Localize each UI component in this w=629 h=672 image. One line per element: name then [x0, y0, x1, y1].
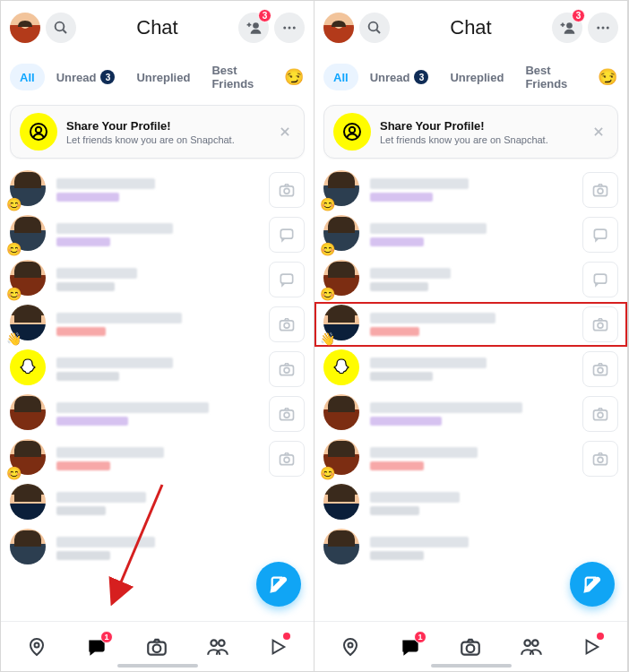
snap-button[interactable] [269, 396, 305, 432]
nav-map[interactable] [17, 629, 56, 665]
nav-chat[interactable]: 1 [77, 629, 116, 665]
more-button[interactable] [588, 13, 618, 43]
share-close-button[interactable] [589, 122, 608, 142]
chat-row-text [370, 178, 575, 202]
svg-line-30 [376, 30, 380, 33]
chat-row[interactable] [314, 392, 627, 436]
my-avatar[interactable] [323, 13, 354, 43]
snap-button[interactable] [582, 396, 618, 432]
filter-unreplied[interactable]: Unreplied [126, 64, 200, 90]
snap-button[interactable] [582, 306, 618, 342]
chat-row[interactable] [1, 392, 314, 436]
snap-button[interactable] [269, 306, 305, 342]
chat-row[interactable]: 😊 [314, 257, 627, 302]
filter-unread[interactable]: Unread 3 [360, 64, 439, 90]
filter-all[interactable]: All [10, 64, 45, 90]
svg-point-51 [348, 642, 352, 647]
chat-row[interactable]: 😊 [1, 436, 314, 481]
friend-avatar[interactable] [10, 484, 46, 520]
nav-camera[interactable] [137, 629, 177, 665]
nav-stories[interactable] [198, 629, 237, 665]
nav-spotlight[interactable] [572, 629, 611, 665]
svg-line-2 [63, 30, 66, 33]
map-icon [340, 636, 361, 658]
chat-row-text [56, 537, 305, 560]
chat-row[interactable]: 👋 [314, 302, 627, 347]
friend-avatar[interactable] [10, 529, 46, 564]
friend-avatar[interactable] [323, 349, 359, 385]
filter-all[interactable]: All [323, 64, 358, 90]
friend-avatar[interactable] [10, 394, 46, 430]
reply-button[interactable] [269, 217, 305, 253]
filter-bar: All Unread 3 Unreplied Best Friends 😏 [314, 55, 627, 99]
chat-row[interactable]: 😊 [314, 436, 627, 481]
filter-unread[interactable]: Unread 3 [47, 64, 125, 90]
snap-button[interactable] [269, 441, 305, 477]
nav-camera[interactable] [451, 629, 490, 665]
friend-emoji: 👋 [320, 332, 335, 346]
nav-chat[interactable]: 1 [391, 629, 430, 665]
snap-button[interactable] [269, 172, 305, 208]
chat-row[interactable]: 😊 [1, 168, 314, 212]
friend-emoji: 😊 [6, 197, 22, 211]
share-profile-card[interactable]: Share Your Profile! Let friends know you… [323, 105, 618, 159]
snap-button[interactable] [269, 351, 305, 387]
filter-emoji[interactable]: 😏 [282, 64, 305, 90]
chat-row[interactable]: 😊 [1, 257, 314, 302]
friend-emoji: 😊 [6, 287, 22, 301]
camera-icon [278, 181, 296, 199]
friend-avatar[interactable] [323, 529, 359, 564]
add-friend-icon [558, 19, 576, 37]
reply-button[interactable] [269, 262, 305, 297]
filter-bestfriends[interactable]: Best Friends [515, 64, 594, 90]
chat-row[interactable]: 😊 [314, 168, 627, 212]
chat-list[interactable]: 😊😊😊👋😊 [1, 168, 314, 621]
snap-button[interactable] [582, 441, 618, 477]
my-avatar[interactable] [10, 13, 40, 43]
search-button[interactable] [359, 13, 390, 43]
add-friend-button[interactable]: 3 [238, 13, 269, 43]
new-chat-fab[interactable] [256, 562, 301, 607]
avatar-wrap: 😊 [323, 260, 363, 299]
filter-bestfriends[interactable]: Best Friends [202, 64, 280, 90]
reply-button[interactable] [582, 262, 618, 297]
chat-list[interactable]: 😊😊😊👋😊 [314, 168, 627, 621]
snap-button[interactable] [582, 172, 618, 208]
friend-emoji: 😊 [6, 242, 22, 256]
nav-spotlight[interactable] [258, 629, 297, 665]
add-friend-button[interactable]: 3 [552, 13, 582, 43]
new-chat-fab[interactable] [570, 562, 615, 607]
friend-name-blur [370, 358, 487, 368]
chat-row[interactable] [1, 481, 314, 526]
avatar-wrap [323, 529, 363, 568]
filter-emoji[interactable]: 😏 [596, 64, 618, 90]
chat-row[interactable] [1, 347, 314, 392]
nav-stories[interactable] [512, 629, 551, 665]
svg-point-6 [293, 27, 296, 30]
friend-avatar[interactable] [323, 484, 359, 520]
share-profile-text: Share Your Profile! Let friends know you… [380, 119, 580, 145]
filter-unreplied[interactable]: Unreplied [440, 64, 513, 90]
share-profile-subtitle: Let friends know you are on Snapchat. [66, 134, 266, 145]
chat-row[interactable]: 😊 [314, 212, 627, 257]
chat-row[interactable] [314, 347, 627, 392]
chat-row[interactable]: 👋 [1, 302, 314, 347]
friend-avatar[interactable] [10, 349, 46, 385]
chat-row[interactable] [314, 481, 627, 526]
search-button[interactable] [46, 13, 76, 43]
reply-button[interactable] [582, 217, 618, 253]
snap-button[interactable] [582, 351, 618, 387]
share-close-button[interactable] [275, 122, 295, 142]
svg-point-46 [598, 367, 603, 373]
svg-point-26 [211, 640, 217, 646]
ghost-icon [331, 357, 352, 378]
share-profile-card[interactable]: Share Your Profile! Let friends know you… [10, 105, 305, 159]
chat-status-blur [370, 372, 433, 381]
chat-row-text [370, 537, 618, 560]
add-friend-badge: 3 [572, 9, 585, 22]
nav-map[interactable] [331, 629, 370, 665]
chat-row[interactable]: 😊 [1, 212, 314, 257]
chat-status-blur [56, 327, 106, 336]
friend-avatar[interactable] [323, 394, 359, 430]
more-button[interactable] [274, 13, 305, 43]
